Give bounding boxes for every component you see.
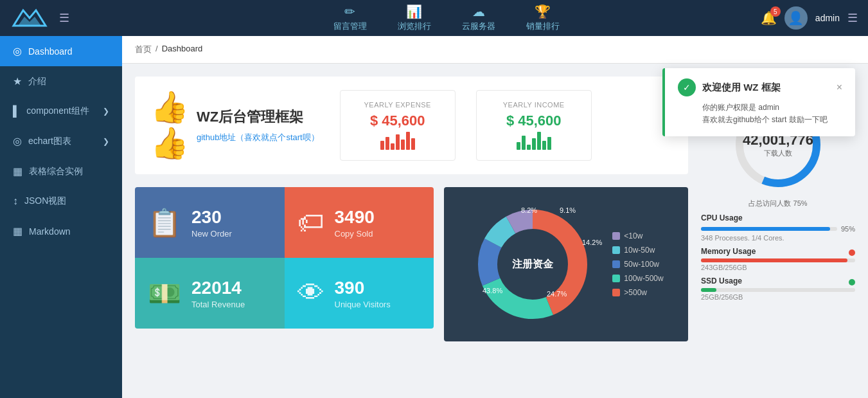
sidebar-item-dashboard[interactable]: ◎ Dashboard <box>0 36 122 66</box>
visitors-label: Unique Visitors <box>335 300 391 309</box>
cpu-bar-row: 95% <box>701 225 855 234</box>
legend-item-5: >500w <box>612 288 663 297</box>
memory-detail: 243GB/256GB <box>701 264 855 271</box>
legend-dot-5 <box>612 289 620 296</box>
nav-messages[interactable]: ✏ 留言管理 <box>333 4 367 32</box>
nav-cloud[interactable]: ☁ 云服务器 <box>462 4 495 32</box>
metric-tiles: 📋 230 New Order 🏷 3490 Copy Sold <box>135 187 434 329</box>
browse-icon: 📊 <box>398 4 431 19</box>
legend-item-1: <10w <box>612 231 663 240</box>
nav-items: ✏ 留言管理 📊 浏览排行 ☁ 云服务器 🏆 销量排行 <box>132 4 761 32</box>
donut-wrap: 注册资金 <10w 10w-50w <box>468 200 663 329</box>
sidebar-item-tables[interactable]: ▦ 表格综合实例 <box>0 156 122 186</box>
chart-icon: ◎ <box>13 135 22 147</box>
sidebar: ◎ Dashboard ★ 介绍 ▌ component组件 ❯ ◎ echar… <box>0 36 122 398</box>
ssd-usage-section: SSD Usage 25GB/256GB <box>701 276 855 301</box>
toast-header: ✓ 欢迎使用 WZ 框架 × <box>678 78 842 96</box>
revenue-label: Total Revenue <box>191 300 245 309</box>
legend-item-4: 100w-500w <box>612 274 663 283</box>
pct-label-3: 14.2% <box>582 239 602 246</box>
breadcrumb-current: Dashboard <box>162 44 203 55</box>
downloads-label: 下载人数 <box>743 149 813 158</box>
trophy-icon: 🏆 <box>526 4 560 19</box>
nav-cloud-label: 云服务器 <box>462 21 495 31</box>
main-wrap: ◎ Dashboard ★ 介绍 ▌ component组件 ❯ ◎ echar… <box>0 36 868 398</box>
new-order-value: 230 <box>191 207 232 228</box>
sidebar-label-intro: 介绍 <box>28 76 46 87</box>
sidebar-item-markdown[interactable]: ▦ Markdown <box>0 216 122 246</box>
income-value: $ 45,600 <box>490 113 578 129</box>
memory-label: Memory Usage <box>701 247 756 256</box>
expense-value: $ 45,600 <box>353 113 442 129</box>
ssd-detail: 25GB/256GB <box>701 293 855 301</box>
tile-copy-sold: 🏷 3490 Copy Sold <box>285 187 434 258</box>
legend-dot-2 <box>612 246 620 254</box>
thumbs-up-icon: 👍👍 <box>150 89 189 161</box>
sidebar-label-components: component组件 <box>26 105 89 117</box>
sidebar-item-components[interactable]: ▌ component组件 ❯ <box>0 96 122 126</box>
tile-unique-visitors: 👁 390 Unique Visitors <box>285 258 434 329</box>
memory-usage-section: Memory Usage 243GB/256GB <box>701 247 855 271</box>
sidebar-label-markdown: Markdown <box>29 226 71 237</box>
visit-note: 占总访问人数 75% <box>701 199 855 208</box>
cpu-label: CPU Usage <box>701 213 855 222</box>
toast-body: 你的账户权限是 admin 喜欢就去github给个 start 鼓励一下吧 <box>678 102 842 126</box>
github-link[interactable]: github地址（喜欢就点个start呗） <box>197 132 319 143</box>
top-nav: ☰ ✏ 留言管理 📊 浏览排行 ☁ 云服务器 🏆 销量排行 🔔 5 👤 admi… <box>0 0 868 36</box>
visitors-value: 390 <box>335 278 391 298</box>
income-bars <box>490 132 578 150</box>
nav-sales[interactable]: 🏆 销量排行 <box>526 4 560 32</box>
expense-card: YEARLY EXPENSE $ 45,600 <box>340 90 456 161</box>
legend-label-3: 50w-100w <box>624 260 659 269</box>
legend-label-4: 100w-500w <box>624 274 663 283</box>
donut-center-label: 注册资金 <box>512 258 553 271</box>
toast-line2: 喜欢就去github给个 start 鼓励一下吧 <box>702 114 842 126</box>
toast-close-button[interactable]: × <box>837 82 842 93</box>
hero-section: 👍👍 WZ后台管理框架 github地址（喜欢就点个start呗） YEARLY… <box>135 77 688 174</box>
copy-sold-value: 3490 <box>335 207 375 228</box>
tile-total-revenue: 💵 22014 Total Revenue <box>135 258 285 329</box>
markdown-icon: ▦ <box>13 225 22 237</box>
sidebar-label-echarts: echart图表 <box>28 136 71 147</box>
legend-label-5: >500w <box>624 288 647 297</box>
donut-chart-section: 注册资金 <10w 10w-50w <box>444 187 688 341</box>
tile-revenue-text: 22014 Total Revenue <box>191 278 245 309</box>
legend-item-2: 10w-50w <box>612 246 663 255</box>
top-menu-icon[interactable]: ☰ <box>847 11 858 25</box>
legend-item-3: 50w-100w <box>612 260 663 269</box>
pct-label-5: 43.8% <box>483 287 502 294</box>
nav-sales-label: 销量排行 <box>526 21 560 31</box>
sidebar-item-intro[interactable]: ★ 介绍 <box>0 66 122 96</box>
cpu-pct: 95% <box>841 225 855 233</box>
sidebar-item-json[interactable]: ↕ JSON视图 <box>0 186 122 216</box>
memory-label-row: Memory Usage <box>701 247 855 258</box>
memory-dot <box>849 249 855 256</box>
bottom-row: 📋 230 New Order 🏷 3490 Copy Sold <box>135 187 688 341</box>
admin-label: admin <box>815 13 840 23</box>
sidebar-item-echarts[interactable]: ◎ echart图表 ❯ <box>0 126 122 156</box>
content-area: 首页 / Dashboard ✓ 欢迎使用 WZ 框架 × 你的账户权限是 ad… <box>122 36 868 398</box>
toast-title: 欢迎使用 WZ 框架 <box>702 82 781 94</box>
breadcrumb: 首页 / Dashboard <box>122 36 868 64</box>
notification-badge[interactable]: 🔔 5 <box>761 10 777 26</box>
new-order-label: New Order <box>191 229 232 239</box>
legend-dot-1 <box>612 232 620 240</box>
arrow-icon-2: ❯ <box>103 137 109 146</box>
nav-browse[interactable]: 📊 浏览排行 <box>398 4 431 32</box>
tag-icon: 🏷 <box>297 207 324 238</box>
breadcrumb-home[interactable]: 首页 <box>135 44 152 55</box>
logo-area: ☰ <box>10 6 132 30</box>
money-icon: 💵 <box>148 278 181 309</box>
cloud-icon: ☁ <box>462 4 495 19</box>
toast-check-icon: ✓ <box>678 78 696 96</box>
hero-title-block: 👍👍 WZ后台管理框架 github地址（喜欢就点个start呗） <box>150 89 319 161</box>
nav-browse-label: 浏览排行 <box>398 21 431 31</box>
top-right: 🔔 5 👤 admin ☰ <box>761 6 858 30</box>
pct-label-2: 9.1% <box>560 206 576 214</box>
legend-label-2: 10w-50w <box>624 246 655 255</box>
hamburger-icon[interactable]: ☰ <box>59 11 69 25</box>
memory-bar <box>701 258 847 262</box>
toast-line1: 你的账户权限是 admin <box>702 102 842 114</box>
avatar[interactable]: 👤 <box>784 6 808 30</box>
dashboard-icon: ◎ <box>13 45 22 57</box>
